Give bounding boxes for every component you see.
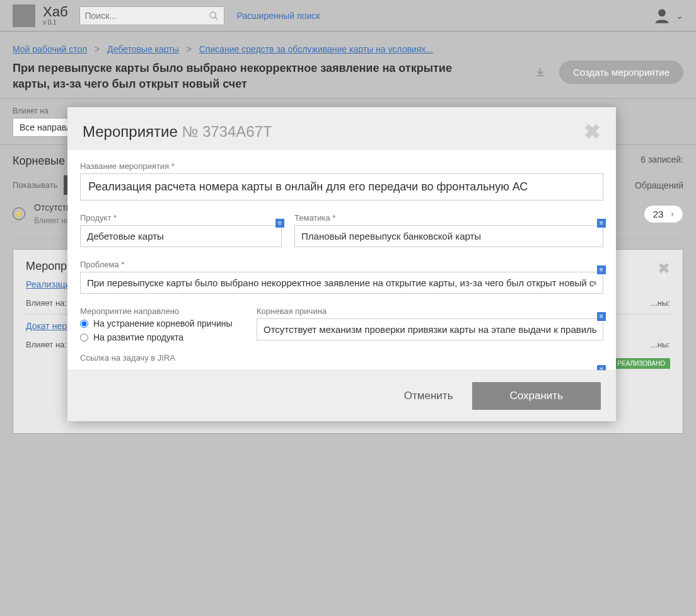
close-icon[interactable]: ✖: [658, 260, 670, 277]
links-label: ...ны:: [651, 340, 670, 349]
flash-icon: ⚡: [13, 207, 25, 220]
label-product: Продукт *: [80, 213, 282, 223]
app-header: Хаб v 0.1 Расширенный поиск ⌄: [0, 0, 696, 32]
svg-point-2: [658, 9, 666, 16]
status-badge: РЕАЛИЗОВАНО: [612, 358, 670, 369]
radio-product-dev[interactable]: На развитие продукта: [80, 332, 244, 342]
label-topic: Тематика *: [294, 213, 603, 223]
page-top: Мой рабочий стол > Дебетовые карты > Спи…: [0, 32, 696, 99]
breadcrumb-sep: >: [95, 44, 100, 54]
modal-footer: Отменить Сохранить: [67, 370, 616, 421]
user-menu[interactable]: ⌄: [653, 7, 683, 25]
radio-root-cause[interactable]: На устранение корневой причины: [80, 318, 244, 328]
radio-label: На устранение корневой причины: [93, 318, 233, 328]
chevron-down-icon: ⌄: [676, 11, 683, 21]
search-icon: [209, 11, 219, 21]
breadcrumb-item[interactable]: Дебетовые карты: [107, 44, 179, 54]
picker-icon[interactable]: [597, 265, 606, 274]
event-modal: Мероприятие № 3734A67T ✖ Название меропр…: [67, 107, 616, 421]
cancel-button[interactable]: Отменить: [404, 390, 453, 402]
logo-icon: [13, 4, 35, 27]
advanced-search-link[interactable]: Расширенный поиск: [237, 11, 320, 21]
input-topic[interactable]: [294, 225, 603, 247]
search-input[interactable]: [85, 11, 209, 21]
show-label: Показывать: [13, 180, 57, 190]
count-value: 23: [653, 209, 664, 219]
affect-label: Влияет на:: [26, 340, 67, 349]
save-button[interactable]: Сохранить: [472, 382, 601, 410]
label-name: Название мероприятия *: [80, 161, 603, 171]
modal-title-prefix: Мероприятие: [83, 123, 182, 140]
radio-group-direction: На устранение корневой причины На развит…: [80, 318, 244, 342]
search-box[interactable]: [79, 6, 224, 25]
label-jira: Ссылка на задачу в JIRA: [80, 353, 603, 363]
label-root-cause: Корневая причина: [257, 306, 603, 316]
label-problem: Проблема *: [80, 260, 603, 269]
chevron-right-icon: ›: [671, 209, 674, 219]
page-title: При перевыпуске карты было выбрано некор…: [13, 61, 454, 92]
count-pill[interactable]: 23 ›: [644, 205, 683, 223]
title-row: При перевыпуске карты было выбрано некор…: [13, 61, 683, 92]
root-title: Корневые: [13, 154, 65, 167]
breadcrumb-item[interactable]: Мой рабочий стол: [13, 44, 87, 54]
input-problem[interactable]: [80, 272, 603, 294]
picker-icon[interactable]: [597, 365, 606, 370]
create-event-button[interactable]: Создать мероприятие: [559, 61, 683, 84]
modal-title: Мероприятие № 3734A67T: [83, 123, 272, 141]
affect-label: Влияет на:: [26, 298, 67, 308]
modal-header: Мероприятие № 3734A67T ✖: [67, 107, 616, 150]
app-version: v 0.1: [43, 19, 68, 26]
radio-label: На развитие продукта: [93, 332, 183, 342]
svg-line-1: [215, 17, 218, 20]
picker-icon[interactable]: [276, 219, 284, 228]
breadcrumb-item[interactable]: Списание средств за обслуживание карты н…: [199, 44, 433, 54]
logo-block: Хаб v 0.1: [43, 5, 68, 26]
input-name[interactable]: [80, 173, 603, 200]
title-actions: Создать мероприятие: [534, 61, 683, 84]
label-direction: Мероприятие направлено: [80, 306, 244, 316]
breadcrumb: Мой рабочий стол > Дебетовые карты > Спи…: [13, 44, 683, 54]
links-label: ...ны:: [651, 298, 670, 308]
col-header-requests: Обращений: [635, 180, 683, 190]
close-icon[interactable]: ✖: [584, 120, 601, 144]
svg-point-0: [210, 12, 216, 18]
download-icon[interactable]: [534, 66, 547, 79]
radio-input[interactable]: [80, 334, 88, 342]
breadcrumb-sep: >: [187, 44, 192, 54]
user-icon: [653, 7, 671, 25]
radio-input[interactable]: [80, 320, 88, 328]
picker-icon[interactable]: [597, 312, 606, 321]
picker-icon[interactable]: [597, 219, 606, 228]
input-product[interactable]: [80, 225, 282, 247]
modal-body: Название мероприятия * Продукт * Тематик…: [67, 150, 616, 370]
app-name: Хаб: [43, 5, 68, 19]
modal-title-number: № 3734A67T: [182, 123, 272, 140]
records-count: 6 записей:: [641, 154, 683, 165]
input-root-cause[interactable]: [257, 318, 603, 340]
